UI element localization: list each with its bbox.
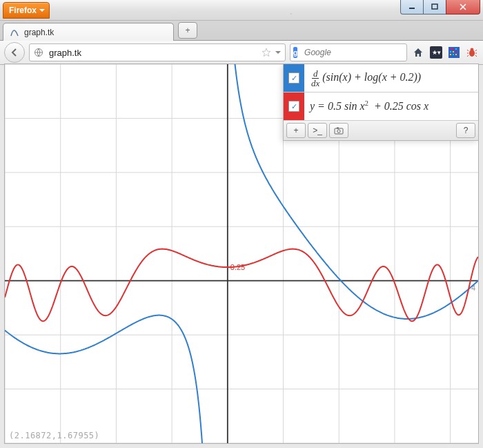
url-input[interactable] — [48, 47, 257, 59]
globe-icon — [34, 48, 43, 57]
svg-rect-10 — [450, 54, 451, 55]
address-bar[interactable] — [29, 43, 286, 61]
cursor-coordinates: (2.16872,1.67955) — [9, 431, 99, 440]
maximize-icon — [431, 3, 438, 10]
search-bar[interactable]: g — [290, 43, 407, 61]
grid-icon — [448, 47, 460, 58]
svg-rect-9 — [455, 51, 457, 52]
extension-button-2[interactable] — [465, 46, 479, 59]
svg-rect-12 — [455, 54, 457, 55]
svg-rect-5 — [453, 48, 454, 50]
back-button[interactable] — [4, 42, 25, 63]
bookmark-star-icon[interactable] — [262, 48, 271, 57]
firefox-label: Firefox — [9, 6, 37, 15]
page-content: 0.254 ✓ ddx(sin(x) + log(x + 0.2)) ✓ y =… — [4, 64, 479, 444]
equation-checkbox[interactable]: ✓ — [288, 101, 299, 112]
maximize-button[interactable] — [423, 0, 446, 14]
home-button[interactable] — [411, 46, 425, 59]
svg-rect-7 — [450, 51, 451, 52]
title-bar[interactable]: Firefox — [0, 0, 483, 21]
firefox-menu-button[interactable]: Firefox — [3, 2, 50, 19]
equation-expression[interactable]: y = 0.5 sin x2 + 0.25 cos x — [304, 99, 478, 113]
google-search-icon: g — [293, 47, 297, 58]
equation-color-swatch[interactable]: ✓ — [284, 64, 304, 92]
minimize-button[interactable] — [400, 0, 424, 14]
close-button[interactable] — [446, 0, 480, 14]
svg-rect-4 — [450, 48, 451, 50]
equation-color-swatch[interactable]: ✓ — [284, 92, 304, 120]
svg-point-14 — [471, 48, 474, 52]
window-controls — [401, 0, 480, 14]
bug-icon — [466, 47, 477, 58]
back-arrow-icon — [10, 48, 19, 57]
bookmarks-icon: ★▾ — [430, 46, 442, 59]
help-icon: ? — [464, 126, 469, 135]
chevron-down-icon — [39, 8, 45, 13]
help-button[interactable]: ? — [456, 123, 475, 138]
tab-title: graph.tk — [24, 28, 54, 37]
browser-window: Firefox graph.tk + ◦ — [0, 0, 483, 448]
equation-row[interactable]: ✓ y = 0.5 sin x2 + 0.25 cos x — [284, 92, 478, 121]
svg-rect-6 — [455, 48, 457, 50]
home-icon — [413, 47, 424, 58]
svg-point-37 — [337, 129, 340, 132]
tab-favicon — [9, 27, 20, 38]
browser-tab-active[interactable]: graph.tk — [3, 23, 174, 41]
tab-bar: graph.tk + ◦ — [0, 21, 483, 41]
dropdown-icon[interactable] — [275, 50, 281, 55]
equation-toolbar: + >_ ? — [284, 121, 478, 140]
minimize-icon — [408, 3, 415, 10]
bookmarks-button[interactable]: ★▾ — [429, 46, 443, 59]
console-icon: >_ — [313, 126, 322, 135]
equation-expression[interactable]: ddx(sin(x) + log(x + 0.2)) — [304, 69, 478, 88]
screenshot-button[interactable] — [329, 123, 348, 138]
plus-icon: + — [293, 126, 298, 135]
equation-checkbox[interactable]: ✓ — [288, 72, 299, 84]
camera-icon — [334, 127, 344, 135]
svg-rect-8 — [453, 51, 454, 52]
equation-panel: ✓ ddx(sin(x) + log(x + 0.2)) ✓ y = 0.5 s… — [283, 64, 478, 141]
navigation-toolbar: g ★▾ — [0, 41, 483, 65]
svg-rect-0 — [409, 8, 415, 9]
extension-button-1[interactable] — [447, 46, 461, 59]
svg-rect-36 — [335, 128, 343, 134]
new-tab-button[interactable]: + — [178, 22, 197, 39]
console-button[interactable]: >_ — [308, 123, 327, 138]
plus-icon: + — [185, 26, 190, 35]
search-input[interactable] — [303, 47, 410, 58]
svg-rect-11 — [453, 54, 454, 55]
svg-rect-1 — [432, 4, 437, 9]
equation-row[interactable]: ✓ ddx(sin(x) + log(x + 0.2)) — [284, 64, 478, 92]
close-icon — [460, 3, 466, 10]
svg-rect-38 — [337, 127, 339, 128]
add-equation-button[interactable]: + — [286, 123, 306, 138]
